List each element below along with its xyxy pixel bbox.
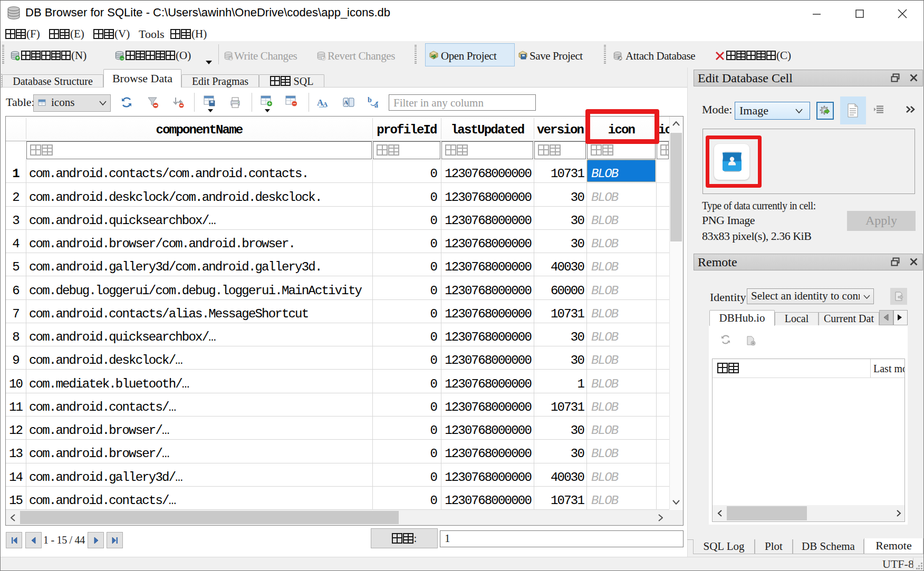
svg-text:s: s: [229, 56, 232, 61]
svg-text:b: b: [368, 96, 372, 104]
svg-text:A: A: [344, 99, 348, 105]
svg-text:−: −: [293, 100, 296, 107]
svg-text:+: +: [268, 100, 271, 107]
svg-text:+: +: [16, 55, 20, 61]
svg-text:↻: ↻: [322, 56, 325, 61]
svg-text:↗: ↗: [618, 56, 622, 61]
svg-text:→: →: [120, 55, 124, 61]
